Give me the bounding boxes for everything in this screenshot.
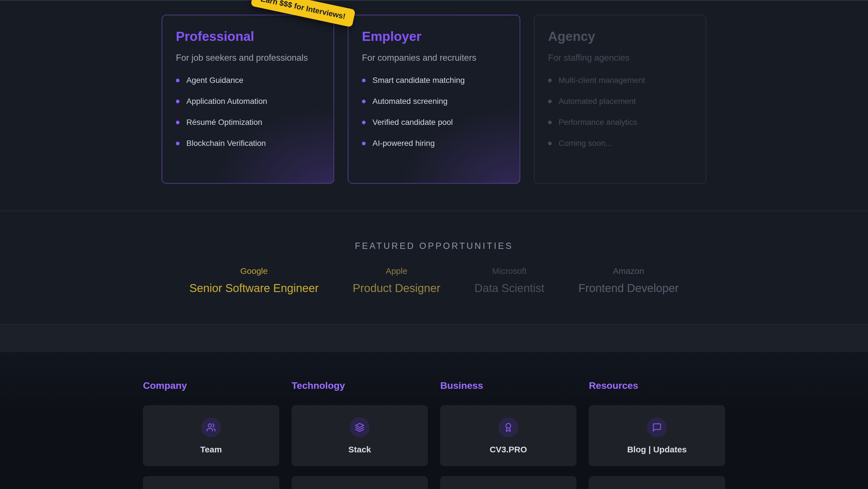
plans-section: Earn $$$ for Interviews! Professional Fo… <box>0 0 868 211</box>
plan-feature: Blockchain Verification <box>176 139 320 148</box>
featured-job-amazon[interactable]: Amazon Frontend Developer <box>578 265 679 295</box>
footer-column-heading: Business <box>440 380 577 391</box>
plan-feature-list: Smart candidate matching Automated scree… <box>362 76 506 148</box>
bullet-icon <box>548 99 552 103</box>
footer-column-heading: Company <box>143 380 279 391</box>
plan-title: Agency <box>548 28 692 44</box>
plan-feature: Verified candidate pool <box>362 118 506 126</box>
job-company: Amazon <box>578 265 679 277</box>
award-icon <box>498 418 518 437</box>
plan-feature: Multi-client management <box>548 76 692 85</box>
bullet-icon <box>362 121 366 124</box>
plan-feature-list: Agent Guidance Application Automation Ré… <box>176 76 320 148</box>
featured-opportunities-section: FEATURED OPPORTUNITIES Google Senior Sof… <box>0 211 868 324</box>
featured-heading: FEATURED OPPORTUNITIES <box>0 240 868 252</box>
plan-title: Employer <box>362 28 506 44</box>
bullet-icon <box>548 79 552 82</box>
footer-column-heading: Resources <box>589 380 725 391</box>
featured-job-microsoft[interactable]: Microsoft Data Scientist <box>474 265 544 295</box>
plan-feature-label: Coming soon... <box>559 139 612 148</box>
footer-column-technology: Technology Stack <box>291 380 428 489</box>
plan-feature: AI-powered hiring <box>362 139 506 148</box>
plan-feature-label: Résumé Optimization <box>186 118 262 126</box>
plan-feature-label: AI-powered hiring <box>372 139 435 148</box>
footer-card-cv3pro[interactable]: CV3.PRO <box>440 405 577 466</box>
bullet-icon <box>548 142 552 145</box>
bullet-icon <box>176 142 180 145</box>
footer-card-label: Stack <box>348 445 371 454</box>
plan-feature: Application Automation <box>176 97 320 106</box>
plan-card-employer[interactable]: Employer For companies and recruiters Sm… <box>348 15 520 183</box>
plan-feature: Résumé Optimization <box>176 118 320 126</box>
landing-page: Earn $$$ for Interviews! Professional Fo… <box>0 0 868 489</box>
footer-card-stack[interactable]: Stack <box>291 405 428 466</box>
job-role: Frontend Developer <box>578 281 679 295</box>
plan-feature: Automated placement <box>548 97 692 106</box>
footer-card-partial[interactable] <box>143 476 279 489</box>
footer-card-label: CV3.PRO <box>490 445 527 454</box>
section-divider-strip <box>0 324 868 352</box>
plan-feature-label: Automated placement <box>559 97 636 106</box>
plan-feature-label: Automated screening <box>372 97 447 106</box>
featured-job-google[interactable]: Google Senior Software Engineer <box>189 265 318 295</box>
plan-feature-label: Application Automation <box>186 97 267 106</box>
footer-card-partial[interactable] <box>291 476 428 489</box>
bullet-icon <box>176 99 180 103</box>
footer-column-resources: Resources Blog | Updates <box>589 380 725 489</box>
bullet-icon <box>548 121 552 124</box>
plan-feature-label: Agent Guidance <box>186 76 243 85</box>
footer-card-partial[interactable] <box>440 476 577 489</box>
job-role: Product Designer <box>352 281 440 295</box>
footer-column-heading: Technology <box>291 380 428 391</box>
plan-feature: Agent Guidance <box>176 76 320 85</box>
plan-card-agency: Agency For staffing agencies Multi-clien… <box>534 15 706 183</box>
bullet-icon <box>176 79 180 82</box>
footer-column-business: Business CV3.PRO <box>440 380 577 489</box>
footer-card-partial[interactable] <box>589 476 725 489</box>
job-company: Apple <box>352 265 440 277</box>
layers-icon <box>350 418 370 437</box>
bullet-icon <box>362 99 366 103</box>
plan-cards-row: Professional For job seekers and profess… <box>0 1 868 183</box>
footer-card-team[interactable]: Team <box>143 405 279 466</box>
bullet-icon <box>362 142 366 145</box>
plan-feature-list: Multi-client management Automated placem… <box>548 76 692 148</box>
job-company: Microsoft <box>474 265 544 277</box>
plan-feature: Automated screening <box>362 97 506 106</box>
featured-job-apple[interactable]: Apple Product Designer <box>352 265 440 295</box>
plan-subtitle: For job seekers and professionals <box>176 52 320 64</box>
users-icon <box>201 418 221 437</box>
footer-grid: Company Team Technology Stack <box>143 380 725 489</box>
message-square-icon <box>647 418 667 437</box>
plan-feature-label: Blockchain Verification <box>186 139 266 148</box>
job-company: Google <box>189 265 318 277</box>
featured-jobs-row: Google Senior Software Engineer Apple Pr… <box>0 265 868 295</box>
footer-card-label: Team <box>200 445 222 454</box>
plan-card-professional[interactable]: Professional For job seekers and profess… <box>162 15 334 183</box>
job-role: Data Scientist <box>474 281 544 295</box>
bullet-icon <box>362 79 366 82</box>
footer-card-label: Blog | Updates <box>627 445 687 454</box>
plan-feature: Performance analytics <box>548 118 692 126</box>
plan-feature-label: Multi-client management <box>559 76 645 85</box>
bullet-icon <box>176 121 180 124</box>
plan-feature-label: Smart candidate matching <box>372 76 465 85</box>
footer-column-company: Company Team <box>143 380 279 489</box>
plan-feature: Coming soon... <box>548 139 692 148</box>
plan-feature: Smart candidate matching <box>362 76 506 85</box>
footer: Company Team Technology Stack <box>0 352 868 489</box>
plan-feature-label: Performance analytics <box>559 118 637 126</box>
plan-feature-label: Verified candidate pool <box>372 118 453 126</box>
plan-subtitle: For companies and recruiters <box>362 52 506 64</box>
plan-title: Professional <box>176 28 320 44</box>
plan-subtitle: For staffing agencies <box>548 52 692 64</box>
job-role: Senior Software Engineer <box>189 281 318 295</box>
footer-card-blog-updates[interactable]: Blog | Updates <box>589 405 725 466</box>
